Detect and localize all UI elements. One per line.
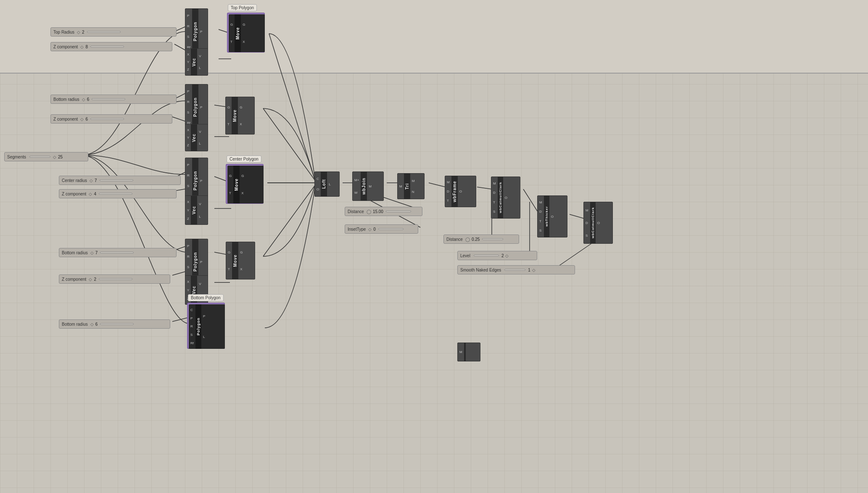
bottom-polygon-bubble: Bottom Polygon [188,294,224,301]
top-z-label: Z component [53,45,78,49]
wbframe-node: M D T wbFrame O [445,176,476,207]
bottom-polygon-1-node: P R S Rf Polygon P [185,84,208,130]
wbcatmull-2-node: M D S wbCatmullClark O [583,202,613,244]
top-z-track[interactable] [90,46,124,47]
top-polygon-node: P R S Rf Polygon P [185,8,208,55]
center-radius-slider[interactable]: Center radius ◇ 7 [59,176,181,185]
smooth-naked-edges-slider[interactable]: Smooth Naked Edges 1 ◇ [457,265,575,274]
top-z-slider[interactable]: Z component ◇ 8 [50,42,172,51]
top-panel [0,0,868,74]
loft-node: C O Loft L [314,171,340,197]
center-vec-node: X Y Z Vec V L [185,195,208,225]
top-radius-label: Top Radius [53,30,74,34]
bottom-z-1-slider[interactable]: Z component ◇ 6 [50,114,172,124]
vec-label-top: Vec [191,49,197,75]
bottom-radius-2-slider[interactable]: Bottom radius ◇ 7 [59,248,177,257]
inset-type-slider[interactable]: InsetType ◇ 0 [345,224,418,234]
top-vec-node: X Y Z Vec V L [185,48,208,76]
tri-node: M Tri M N [397,173,425,199]
canvas-background [0,0,868,493]
wbthicker-node: M D T S wbThicker O [537,195,567,237]
top-radius-slider[interactable]: Top Radius ◇ 2 [50,27,177,37]
level-slider[interactable]: Level 2 ◇ [457,251,537,260]
bottom-move-2-node: G T Move G X [226,242,255,279]
distance-2-slider[interactable]: Distance ◯ 0.25 [443,235,519,244]
segments-slider[interactable]: Segments ◇ 25 [4,152,88,161]
polygon-label-top: Polygon [192,9,198,54]
wbcatmull-1-node: M D T S wbCatmullClark O [491,177,520,219]
top-radius-track[interactable] [87,31,121,33]
center-move-node: Center Polygon G T Move G X [226,164,264,204]
bottom-radius-1-slider[interactable]: Bottom radius ◇ 6 [50,95,177,104]
bottom-z-2-slider[interactable]: Z component ◇ 2 [59,274,170,284]
bottom-right-partial-node: M [457,343,480,361]
center-z-slider[interactable]: Z component ◇ 4 [59,189,177,198]
bottom-radius-3-slider[interactable]: Bottom radius ◇ 6 [59,319,170,329]
bottom-polygon-5-node: Bottom Polygon C P R S Rf Polygon P L [187,303,225,349]
distance-1-slider[interactable]: Distance ◯ 15.00 [345,207,422,216]
top-polygon-bubble: Top Polygon [228,4,257,11]
center-polygon-bubble: Center Polygon [227,156,261,163]
wbjoin-node: M+ W wbJoin M [352,171,384,201]
bottom-move-1-node: G T Move G X [225,97,255,134]
bottom-vec-1-node: X Y Z Vec V L [185,124,208,151]
top-move-node: Top Polygon G T Move G X [227,13,265,53]
